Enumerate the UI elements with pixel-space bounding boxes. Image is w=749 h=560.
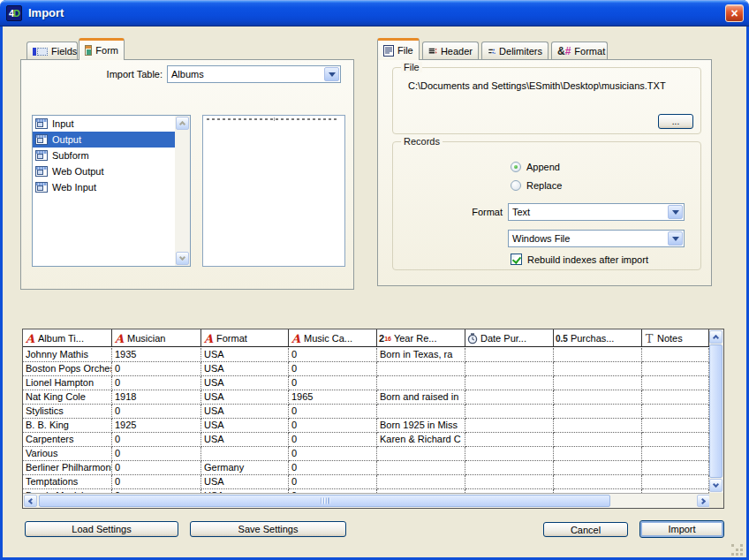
column-header-1[interactable]: AMusician — [112, 329, 201, 347]
list-item-web-input[interactable]: Web Input — [33, 179, 175, 195]
vertical-scroll-thumb[interactable] — [709, 344, 723, 478]
forms-listbox[interactable]: InputOutputSubformWeb OutputWeb Input — [32, 115, 191, 267]
column-header-6[interactable]: 0.5Purchas... — [554, 329, 642, 347]
format-combobox[interactable]: Text — [508, 203, 685, 221]
import-table-combobox[interactable]: Albums — [167, 65, 341, 83]
table-cell: 0 — [289, 419, 377, 433]
table-cell — [554, 348, 642, 362]
table-cell — [642, 362, 709, 376]
column-header-3[interactable]: AMusic Ca... — [289, 329, 377, 347]
list-scrollbar[interactable] — [175, 116, 190, 266]
table-cell: USA — [201, 419, 289, 433]
file-type-combobox[interactable]: Windows File — [508, 230, 685, 247]
list-item-subform[interactable]: Subform — [33, 148, 175, 163]
table-cell — [465, 433, 554, 447]
form-window-icon — [35, 182, 48, 193]
table-cell — [554, 405, 642, 419]
table-cell — [465, 390, 554, 405]
table-row: Temptations0USA0 — [23, 475, 709, 489]
table-cell — [642, 433, 709, 447]
column-header-label: Year Re... — [394, 333, 437, 344]
column-header-0[interactable]: AAlbum Ti... — [23, 329, 112, 347]
tab-delimiters[interactable]: Delimiters — [481, 42, 549, 60]
list-item-label: Input — [52, 118, 73, 129]
tab-file[interactable]: File — [377, 38, 420, 60]
title-bar[interactable]: 4D Import × — [0, 0, 749, 26]
file-group-label: File — [401, 62, 422, 72]
form-window-icon — [35, 134, 48, 145]
table-row: Johnny Mathis1935USA0Born in Texas, ra — [23, 348, 709, 362]
scroll-right-button[interactable] — [697, 495, 710, 507]
resize-grip[interactable] — [731, 544, 743, 556]
tab-form[interactable]: Form — [79, 38, 125, 60]
table-row: Various00 — [23, 447, 709, 461]
combo-dropdown-button[interactable] — [668, 205, 683, 219]
alpha-type-icon: A — [114, 332, 125, 345]
tab-header-label: Header — [441, 46, 473, 57]
table-cell — [465, 447, 554, 461]
column-header-7[interactable]: TNotes — [642, 329, 709, 347]
grid-vertical-scrollbar[interactable] — [709, 329, 723, 494]
save-settings-button[interactable]: Save Settings — [190, 521, 346, 537]
scroll-up-button[interactable] — [709, 330, 723, 344]
list-item-input[interactable]: Input — [33, 116, 175, 132]
list-scroll-up-button[interactable] — [176, 117, 189, 130]
grid-horizontal-scrollbar[interactable] — [23, 493, 711, 508]
table-cell: 0 — [289, 348, 377, 362]
table-cell — [377, 376, 465, 390]
tab-fields-label: Fields — [51, 46, 77, 57]
tab-fields[interactable]: Fields — [26, 42, 78, 60]
table-cell: 0 — [289, 475, 377, 489]
scrollbar-corner — [709, 493, 723, 508]
tab-format[interactable]: &# Format — [551, 42, 608, 60]
column-header-label: Album Ti... — [38, 333, 84, 344]
forms-list-items: InputOutputSubformWeb OutputWeb Input — [33, 116, 175, 266]
column-header-label: Purchas... — [571, 333, 615, 344]
browse-button[interactable]: ... — [658, 114, 693, 129]
scroll-down-button[interactable] — [709, 479, 723, 492]
chevron-down-icon — [713, 481, 719, 488]
replace-radio[interactable]: Replace — [511, 180, 562, 191]
column-header-5[interactable]: Date Pur... — [465, 329, 554, 347]
table-cell: 0 — [112, 447, 201, 461]
import-dialog-window: 4D Import × Fields Form Import Table: Al… — [0, 0, 749, 560]
table-cell — [554, 362, 642, 376]
table-cell: Germany — [201, 461, 289, 475]
horizontal-scroll-thumb[interactable] — [39, 495, 610, 507]
table-row: Nat King Cole1918USA1965Born and raised … — [23, 390, 709, 405]
table-cell: 0 — [289, 376, 377, 390]
combo-dropdown-button[interactable] — [668, 231, 683, 246]
table-cell: USA — [201, 475, 289, 489]
table-cell — [642, 348, 709, 362]
table-cell — [642, 405, 709, 419]
tab-file-label: File — [397, 45, 413, 56]
close-button[interactable]: × — [725, 4, 744, 22]
file-type-combobox-value: Windows File — [509, 233, 668, 244]
cancel-button[interactable]: Cancel — [543, 522, 628, 537]
append-radio[interactable]: Append — [511, 162, 560, 172]
table-cell: 0 — [289, 461, 377, 475]
column-header-4[interactable]: 216Year Re... — [377, 329, 465, 347]
list-scroll-down-button[interactable] — [176, 252, 189, 265]
load-settings-button[interactable]: Load Settings — [25, 521, 178, 537]
replace-radio-label: Replace — [526, 180, 562, 191]
combo-dropdown-button[interactable] — [324, 67, 339, 81]
table-cell: 0 — [112, 475, 201, 489]
table-cell — [554, 447, 642, 461]
list-item-output[interactable]: Output — [33, 132, 175, 148]
import-button[interactable]: Import — [639, 520, 724, 538]
table-cell: Temptations — [23, 475, 112, 489]
column-header-2[interactable]: AFormat — [201, 329, 289, 347]
table-cell: 0 — [112, 376, 201, 390]
table-cell: 1918 — [112, 390, 201, 405]
chevron-down-icon — [672, 210, 679, 215]
tab-header[interactable]: Header — [422, 42, 479, 60]
rebuild-indexes-checkbox[interactable]: Rebuild indexes after import — [511, 254, 648, 265]
import-table-label: Import Table: — [21, 69, 163, 79]
list-item-web-output[interactable]: Web Output — [33, 163, 175, 179]
column-header-label: Format — [216, 333, 247, 344]
table-cell: 0 — [289, 405, 377, 419]
records-group-label: Records — [401, 136, 443, 147]
table-cell: Johnny Mathis — [23, 348, 112, 362]
scroll-left-button[interactable] — [24, 495, 37, 507]
